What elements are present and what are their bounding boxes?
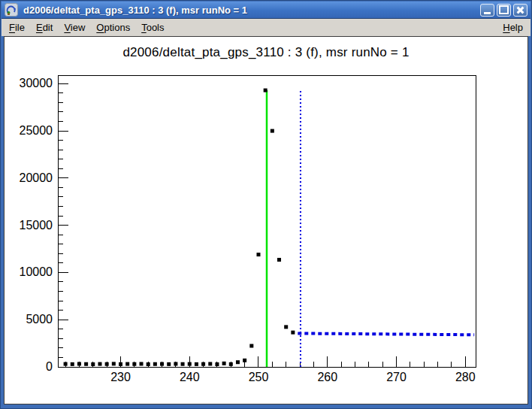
data-point [71,362,74,366]
y-axis-tick-label: 30000 [20,77,53,89]
menu-edit[interactable]: Edit [35,20,54,35]
y-axis-tick-label: 20000 [20,171,53,184]
x-axis-tick-label: 240 [180,371,200,383]
data-point [98,362,101,366]
data-point [201,362,205,366]
data-point [147,362,150,366]
data-point [140,362,144,365]
plot-title: d2006/deltat_pta_gps_3110 : 3 (f), msr r… [5,45,527,60]
data-point [167,362,171,366]
data-point [119,362,122,366]
menu-view[interactable]: View [62,20,86,35]
data-point [112,362,116,365]
menu-tools[interactable]: Tools [140,20,165,35]
histogram-plot: 2302402502602702800500010000150002000025… [5,37,527,404]
data-point [174,362,177,365]
data-point [208,362,212,365]
data-point [243,359,246,362]
data-point [91,362,95,366]
x-axis-tick-label: 280 [455,371,476,383]
data-point [64,362,68,366]
maximize-icon [499,5,509,14]
data-point [277,258,281,262]
data-point [264,89,268,92]
x-axis-tick-label: 260 [317,371,337,383]
data-point [249,344,253,347]
data-point [125,362,129,366]
menubar: FileEditViewOptionsToolsHelp [2,19,530,36]
data-point [236,360,240,364]
y-axis-tick-label: 25000 [20,124,53,137]
y-axis-tick-label: 10000 [20,265,53,278]
maximize-button[interactable] [497,4,511,17]
data-point [256,253,260,256]
data-point [77,362,81,365]
y-axis-tick-label: 0 [46,360,53,373]
menu-help[interactable]: Help [501,20,524,35]
menu-options[interactable]: Options [95,20,131,35]
data-point [105,362,109,366]
close-icon [516,6,524,14]
menu-file[interactable]: File [8,20,26,35]
data-point [84,362,88,366]
root-canvas-window: d2006/deltat_pta_gps_3110 : 3 (f), msr r… [0,0,532,409]
data-point [188,362,192,366]
data-point [215,362,219,366]
close-button[interactable] [513,4,527,17]
plot-canvas[interactable]: 2302402502602702800500010000150002000025… [4,36,528,404]
y-axis-tick-label: 15000 [20,219,53,232]
window-title: d2006/deltat_pta_gps_3110 : 3 (f), msr r… [23,5,480,16]
x-axis-tick-label: 250 [249,371,269,383]
data-point [222,362,226,365]
minimize-button[interactable] [480,4,494,17]
data-point [132,362,136,366]
y-axis-tick-label: 5000 [26,313,53,326]
x-axis-tick-label: 230 [110,371,131,383]
data-point [153,362,157,366]
data-point [271,129,274,133]
data-point [160,362,164,366]
background-level-line [298,333,474,335]
data-point [291,331,295,335]
minimize-icon [484,12,491,14]
window-titlebar[interactable]: d2006/deltat_pta_gps_3110 : 3 (f), msr r… [2,2,530,19]
root-app-icon [5,3,18,17]
data-point [284,325,288,329]
data-point [195,362,198,366]
data-point [181,362,185,366]
x-axis-tick-label: 270 [386,371,407,383]
window-controls [480,4,527,17]
data-point [229,362,233,366]
